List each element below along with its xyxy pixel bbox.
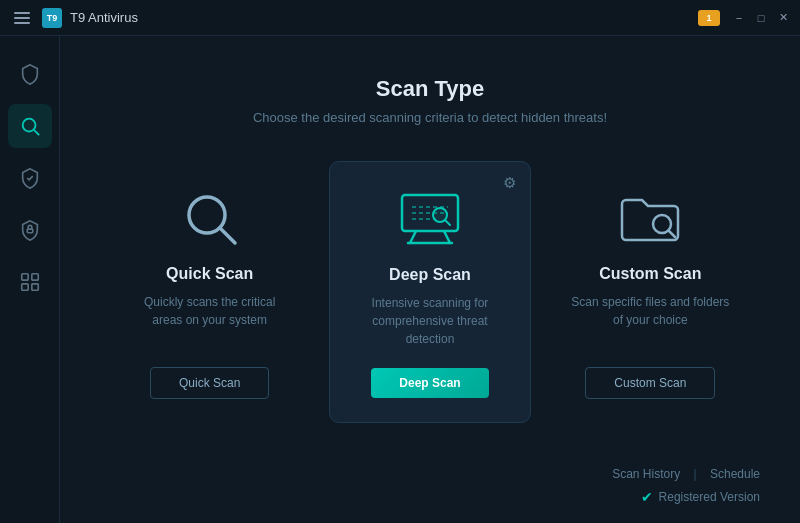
close-button[interactable]: ✕ [774,9,792,27]
footer-links: Scan History | Schedule [612,467,760,481]
sidebar-item-tools[interactable] [8,260,52,304]
scan-cards-container: Quick Scan Quickly scans the critical ar… [110,161,750,423]
app-title: T9 Antivirus [70,10,138,25]
registered-icon: ✔ [641,489,653,505]
page-subtitle: Choose the desired scanning criteria to … [110,110,750,125]
custom-scan-icon [615,189,685,249]
registered-label: Registered Version [659,490,760,504]
settings-icon[interactable]: ⚙ [503,174,516,192]
sidebar-item-trust[interactable] [8,208,52,252]
svg-line-17 [445,220,450,225]
custom-scan-desc: Scan specific files and folders of your … [571,293,730,347]
svg-line-10 [410,231,416,243]
svg-rect-4 [31,274,37,280]
quick-scan-title: Quick Scan [166,265,253,283]
svg-line-1 [34,130,39,135]
svg-line-8 [220,228,235,243]
sidebar-item-protection[interactable] [8,156,52,200]
quick-scan-icon [175,189,245,249]
schedule-link[interactable]: Schedule [710,467,760,481]
quick-scan-button[interactable]: Quick Scan [150,367,269,399]
app-body: Scan Type Choose the desired scanning cr… [0,36,800,523]
svg-rect-2 [27,229,33,233]
titlebar-left: T9 T9 Antivirus [10,8,138,28]
custom-scan-card: Custom Scan Scan specific files and fold… [551,161,750,423]
deep-scan-icon [395,190,465,250]
page-title: Scan Type [110,76,750,102]
svg-line-11 [444,231,450,243]
sidebar-item-scan[interactable] [8,104,52,148]
notification-badge[interactable]: 1 [698,10,720,26]
custom-scan-button[interactable]: Custom Scan [585,367,715,399]
sidebar [0,36,60,523]
deep-scan-card: ⚙ [329,161,530,423]
svg-rect-6 [31,284,37,290]
app-logo: T9 [42,8,62,28]
scan-history-link[interactable]: Scan History [612,467,680,481]
maximize-button[interactable]: □ [752,9,770,27]
deep-scan-button[interactable]: Deep Scan [371,368,488,398]
deep-scan-title: Deep Scan [389,266,471,284]
deep-scan-desc: Intensive scanning for comprehensive thr… [350,294,509,348]
svg-rect-5 [21,284,27,290]
sidebar-item-home[interactable] [8,52,52,96]
footer: Scan History | Schedule ✔ Registered Ver… [612,467,760,505]
svg-rect-3 [21,274,27,280]
titlebar: T9 T9 Antivirus 1 − □ ✕ [0,0,800,36]
window-controls: 1 − □ ✕ [698,9,792,27]
quick-scan-desc: Quickly scans the critical areas on your… [130,293,289,347]
hamburger-menu[interactable] [10,8,34,28]
registered-status: ✔ Registered Version [641,489,760,505]
svg-line-19 [669,231,676,238]
minimize-button[interactable]: − [730,9,748,27]
custom-scan-title: Custom Scan [599,265,701,283]
main-content: Scan Type Choose the desired scanning cr… [60,36,800,523]
quick-scan-card: Quick Scan Quickly scans the critical ar… [110,161,309,423]
footer-divider: | [690,467,700,481]
svg-point-0 [22,119,35,132]
